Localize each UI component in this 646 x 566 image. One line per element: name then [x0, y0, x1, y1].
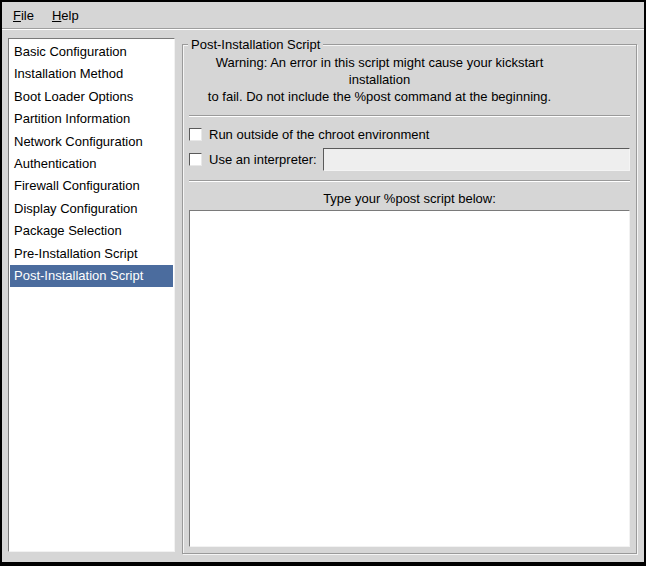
- category-list: Basic Configuration Installation Method …: [8, 38, 175, 552]
- sidebar-item-firewall-configuration[interactable]: Firewall Configuration: [10, 175, 173, 197]
- sidebar-item-partition-information[interactable]: Partition Information: [10, 108, 173, 130]
- chroot-checkbox-row[interactable]: Run outside of the chroot environment: [189, 125, 630, 143]
- menu-bar: File Help: [2, 2, 644, 29]
- warning-line-2: to fail. Do not include the %post comman…: [189, 88, 570, 105]
- sidebar-item-post-installation-script[interactable]: Post-Installation Script: [10, 265, 173, 287]
- sidebar-item-network-configuration[interactable]: Network Configuration: [10, 131, 173, 153]
- interpreter-checkbox-row: Use an interpreter:: [189, 148, 630, 171]
- chroot-checkbox[interactable]: [189, 128, 202, 141]
- sidebar-item-pre-installation-script[interactable]: Pre-Installation Script: [10, 243, 173, 265]
- sidebar-item-display-configuration[interactable]: Display Configuration: [10, 198, 173, 220]
- post-script-textarea[interactable]: [189, 210, 630, 547]
- menu-help-rest: elp: [61, 8, 78, 23]
- interpreter-checkbox-label: Use an interpreter:: [209, 152, 317, 167]
- sidebar-item-package-selection[interactable]: Package Selection: [10, 220, 173, 242]
- chroot-checkbox-label: Run outside of the chroot environment: [209, 127, 429, 142]
- menu-file[interactable]: File: [4, 4, 43, 27]
- sidebar-item-authentication[interactable]: Authentication: [10, 153, 173, 175]
- menu-file-mnemonic: F: [13, 8, 21, 23]
- separator: [189, 115, 630, 117]
- sidebar-item-boot-loader-options[interactable]: Boot Loader Options: [10, 86, 173, 108]
- menu-file-rest: ile: [21, 8, 34, 23]
- script-label: Type your %post script below:: [189, 190, 630, 207]
- post-installation-script-frame: Post-Installation Script Warning: An err…: [182, 44, 637, 554]
- frame-title: Post-Installation Script: [188, 37, 323, 52]
- interpreter-checkbox[interactable]: [189, 153, 202, 166]
- menu-help[interactable]: Help: [43, 4, 88, 27]
- sidebar-item-installation-method[interactable]: Installation Method: [10, 63, 173, 85]
- sidebar-item-basic-configuration[interactable]: Basic Configuration: [10, 41, 173, 63]
- interpreter-entry[interactable]: [323, 148, 630, 171]
- separator: [189, 180, 630, 182]
- warning-line-1: Warning: An error in this script might c…: [189, 54, 570, 88]
- kickstart-configurator-window: File Help Basic Configuration Installati…: [0, 0, 646, 566]
- warning-text: Warning: An error in this script might c…: [189, 54, 570, 105]
- menu-help-mnemonic: H: [52, 8, 61, 23]
